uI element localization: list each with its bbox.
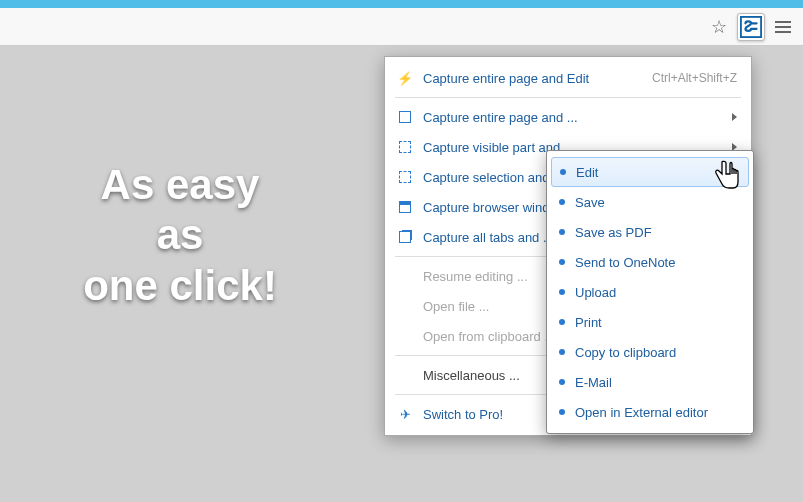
submenu-label: Save as PDF (575, 225, 652, 240)
bullet-icon (559, 259, 565, 265)
promo-tagline: As easy as one click! (40, 160, 320, 311)
submenu-external-editor[interactable]: Open in External editor (547, 397, 753, 427)
svg-rect-0 (741, 16, 761, 36)
bullet-icon (560, 169, 566, 175)
blank-icon (397, 298, 413, 314)
menu-label: Capture entire page and Edit (423, 71, 642, 86)
tagline-line2: as (40, 210, 320, 260)
snagit-s-icon (740, 16, 762, 38)
blank-icon (397, 268, 413, 284)
submenu-label: Print (575, 315, 602, 330)
chrome-menu-icon[interactable] (769, 13, 797, 41)
submenu-label: Open in External editor (575, 405, 708, 420)
tagline-line3: one click! (40, 261, 320, 311)
tagline-line1: As easy (40, 160, 320, 210)
submenu-upload[interactable]: Upload (547, 277, 753, 307)
bullet-icon (559, 379, 565, 385)
blank-icon (397, 328, 413, 344)
blank-icon (397, 367, 413, 383)
submenu-label: Save (575, 195, 605, 210)
submenu-label: Upload (575, 285, 616, 300)
menu-capture-entire-page[interactable]: Capture entire page and ... (385, 102, 751, 132)
lightning-icon: ⚡ (397, 70, 413, 86)
bullet-icon (559, 229, 565, 235)
submenu-email[interactable]: E-Mail (547, 367, 753, 397)
submenu-save[interactable]: Save (547, 187, 753, 217)
bullet-icon (559, 349, 565, 355)
menu-shortcut: Ctrl+Alt+Shift+Z (652, 71, 737, 85)
chrome-accent-bar (0, 0, 803, 8)
window-icon (397, 199, 413, 215)
submenu-label: Send to OneNote (575, 255, 675, 270)
bullet-icon (559, 319, 565, 325)
menu-separator (395, 97, 741, 98)
submenu-label: E-Mail (575, 375, 612, 390)
bullet-icon (559, 199, 565, 205)
submenu-save-pdf[interactable]: Save as PDF (547, 217, 753, 247)
menu-capture-entire-edit[interactable]: ⚡ Capture entire page and Edit Ctrl+Alt+… (385, 63, 751, 93)
extension-icon[interactable] (737, 13, 765, 41)
submenu-copy-clipboard[interactable]: Copy to clipboard (547, 337, 753, 367)
browser-toolbar: ☆ (0, 8, 803, 46)
menu-label: Capture entire page and ... (423, 110, 722, 125)
page-icon (397, 109, 413, 125)
submenu-label: Copy to clipboard (575, 345, 676, 360)
bullet-icon (559, 409, 565, 415)
bullet-icon (559, 289, 565, 295)
submenu-print[interactable]: Print (547, 307, 753, 337)
submenu-send-onenote[interactable]: Send to OneNote (547, 247, 753, 277)
rocket-icon: ✈ (397, 406, 413, 422)
submenu-edit[interactable]: Edit (551, 157, 749, 187)
submenu-capture-visible: Edit Save Save as PDF Send to OneNote Up… (546, 150, 754, 434)
submenu-arrow-icon (732, 113, 737, 121)
page-icon (397, 139, 413, 155)
tabs-icon (397, 229, 413, 245)
selection-icon (397, 169, 413, 185)
bookmark-star-icon[interactable]: ☆ (705, 13, 733, 41)
submenu-label: Edit (576, 165, 598, 180)
